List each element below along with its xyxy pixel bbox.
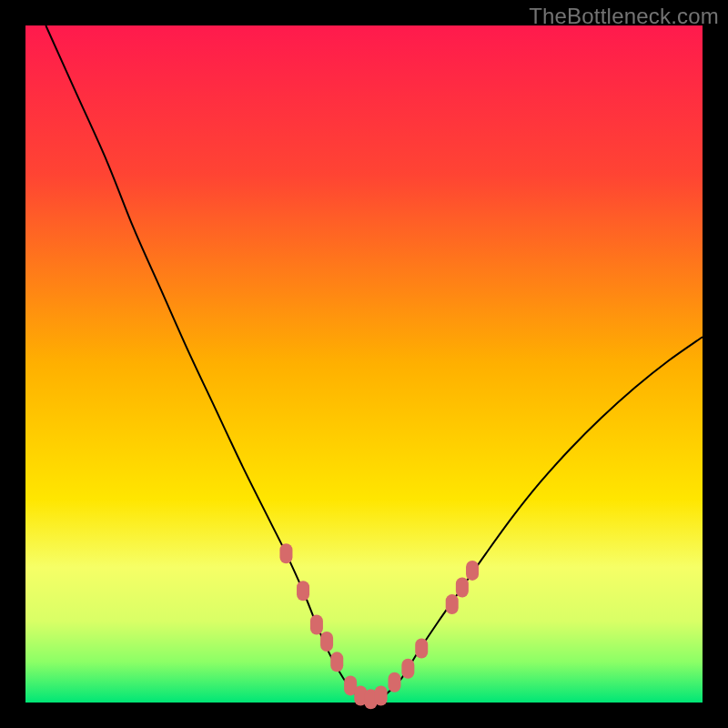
marker-point [375,686,388,706]
plot-background [25,25,703,703]
chart-frame: TheBottleneck.com [0,0,728,728]
watermark-text: TheBottleneck.com [529,4,719,29]
marker-point [320,632,333,652]
marker-point [279,543,292,563]
marker-point [330,652,343,672]
marker-point [297,581,309,601]
marker-point [466,561,479,581]
marker-point [401,659,414,679]
bottleneck-chart [0,0,728,728]
marker-point [310,614,323,634]
marker-point [456,578,469,598]
marker-point [388,672,400,693]
marker-point [415,638,428,658]
marker-point [446,594,459,614]
